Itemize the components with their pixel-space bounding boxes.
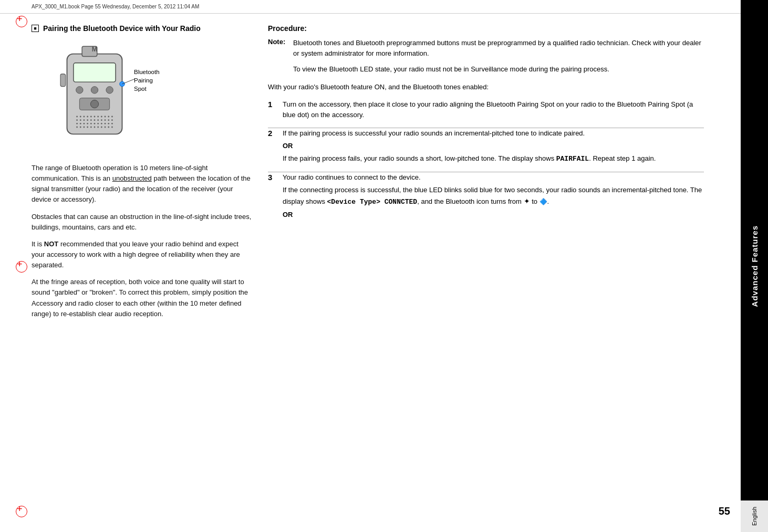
step-3-number: 3 [268,172,277,222]
svg-rect-2 [74,63,116,82]
note-para-2: To view the Bluetooth LED state, your ra… [293,64,704,75]
right-column: Procedure: Note: Bluetooth tones and Blu… [268,14,735,500]
step-3-main: Your radio continues to connect to the d… [283,172,704,183]
svg-point-30 [108,119,109,121]
bluetooth-label-line3: Spot [134,86,147,92]
svg-point-53 [111,127,113,128]
step-2-main: If the pairing process is successful you… [283,128,704,139]
sidebar-language-text: English [751,507,757,526]
svg-point-10 [76,116,78,118]
svg-point-35 [87,123,88,124]
svg-point-40 [105,123,106,124]
bluetooth-pairing-label: Bluetooth Pairing Spot [134,68,160,93]
svg-point-52 [108,127,109,128]
svg-point-31 [111,119,113,121]
para-4: At the fringe areas of reception, both v… [32,277,252,319]
svg-point-4 [76,87,83,93]
note-label: Note: [268,38,288,75]
svg-point-18 [105,116,106,118]
svg-point-39 [101,123,102,124]
radio-image: M [42,39,147,149]
bt-icon-to: 🔷 [539,198,547,205]
reg-mark-top-left [15,15,27,27]
note-text: Bluetooth tones and Bluetooth preprogram… [293,38,704,75]
svg-point-17 [101,116,102,118]
page-header: APX_3000_M1.book Page 55 Wednesday, Dece… [0,0,768,14]
header-text: APX_3000_M1.book Page 55 Wednesday, Dece… [32,4,199,9]
svg-point-28 [101,119,102,121]
svg-point-20 [111,116,113,118]
bold-not: NOT [44,240,58,248]
svg-point-41 [108,123,109,124]
svg-point-26 [94,119,96,121]
svg-point-15 [94,116,96,118]
svg-point-21 [76,119,78,121]
step-1-text: Turn on the accessory, then place it clo… [283,99,704,120]
svg-point-43 [76,127,78,128]
sidebar-title: Advanced Features [750,225,759,307]
step-3-content: Your radio continues to connect to the d… [283,172,704,222]
svg-point-38 [97,123,99,124]
svg-point-23 [84,119,85,121]
svg-point-44 [80,127,81,128]
svg-point-5 [91,87,98,93]
pairfail-display: PAIRFAIL [556,155,589,163]
bluetooth-label-line1: Bluetooth [134,69,160,75]
svg-rect-7 [60,74,66,87]
svg-point-47 [90,127,92,128]
para-1: The range of Bluetooth operation is 10 m… [32,163,252,205]
svg-point-16 [97,116,99,118]
step-1-number: 1 [268,99,277,122]
note-para-1: Bluetooth tones and Bluetooth preprogram… [293,38,704,59]
svg-point-12 [84,116,85,118]
sidebar-panel: Advanced Features [741,0,768,532]
reg-mark-bottom-left [15,505,27,517]
main-content: ■ Pairing the Bluetooth Device with Your… [32,14,735,500]
svg-point-45 [84,127,85,128]
svg-point-24 [87,119,88,121]
svg-point-49 [97,127,99,128]
step-1-block: 1 Turn on the accessory, then place it c… [268,99,704,128]
step-2-block: 2 If the pairing process is successful y… [268,128,704,172]
svg-point-11 [80,116,81,118]
sidebar-language: English [741,500,768,532]
bt-icon-from: ✦ [524,197,530,205]
svg-point-27 [97,119,99,121]
svg-point-34 [84,123,85,124]
step-2-content: If the pairing process is successful you… [283,128,704,166]
svg-point-50 [101,127,102,128]
procedure-heading: Procedure: [268,24,704,33]
step-3-block: 3 Your radio continues to connect to the… [268,172,704,227]
step-2-alt: If the pairing process fails, your radio… [283,153,704,164]
svg-point-48 [94,127,96,128]
svg-point-22 [80,119,81,121]
svg-point-19 [108,116,109,118]
para-3: It is NOT recommended that you leave you… [32,239,252,270]
svg-point-33 [80,123,81,124]
para-2: Obstacles that can cause an obstruction … [32,212,252,233]
svg-point-36 [90,123,92,124]
step-1-content: Turn on the accessory, then place it clo… [283,99,704,122]
svg-point-37 [94,123,96,124]
svg-point-25 [90,119,92,121]
svg-point-14 [90,116,92,118]
reg-mark-mid-left [15,260,27,273]
page-number: 55 [719,505,730,517]
step-2-or: OR [283,141,704,151]
svg-point-51 [105,127,106,128]
svg-point-9 [90,100,98,108]
svg-point-29 [105,119,106,121]
bold-unobstructed: unobstructed [112,174,152,182]
step-2-number: 2 [268,128,277,166]
step-3-or: OR [283,210,704,220]
svg-point-13 [87,116,88,118]
svg-point-46 [87,127,88,128]
section-heading-text: Pairing the Bluetooth Device with Your R… [43,24,201,33]
bluetooth-label-line2: Pairing [134,77,153,84]
svg-point-32 [76,123,78,124]
heading-icon: ■ [32,25,39,32]
intro-para: With your radio's Bluetooth feature ON, … [268,82,704,92]
svg-line-55 [122,79,135,84]
svg-point-6 [106,87,113,93]
step-3-detail: If the connecting process is successful,… [283,185,704,207]
